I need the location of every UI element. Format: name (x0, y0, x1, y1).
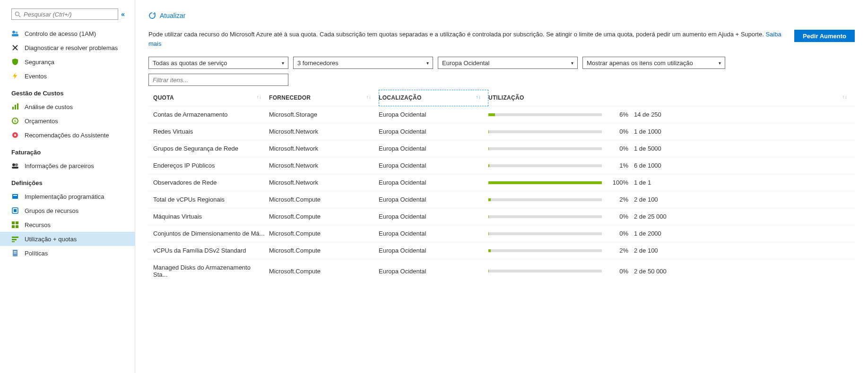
nav-item-bolt[interactable]: Eventos (0, 69, 135, 83)
usage-ratio: 2 de 25 000 (634, 213, 686, 220)
collapse-sidebar-icon[interactable]: « (121, 10, 123, 18)
chevron-down-icon: ▾ (571, 60, 573, 66)
nav-item-label: Análise de custos (25, 103, 73, 110)
nav-item-analysis[interactable]: Análise de custos (0, 100, 135, 114)
sidebar-search-input[interactable] (24, 11, 115, 18)
nav-item-budget[interactable]: $Orçamentos (0, 114, 135, 128)
filter-items-input[interactable] (148, 74, 288, 86)
col-quota-label: QUOTA (153, 94, 174, 101)
cell-provider: Microsoft.Network (269, 140, 379, 157)
filter-d1-label: Todas as quotas de serviço (153, 59, 227, 67)
col-provider[interactable]: FORNECEDOR↑↓ (269, 90, 379, 106)
refresh-button[interactable]: Atualizar (148, 12, 185, 19)
cell-utilization: 100%1 de 1 (488, 174, 855, 191)
filter-providers[interactable]: 3 fornecedores▾ (293, 57, 433, 69)
cell-quota: Máquinas Virtuais (148, 208, 269, 225)
shield-icon (11, 58, 19, 66)
cell-quota: vCPUs da Família DSv2 Standard (148, 242, 269, 259)
nav-item-policy[interactable]: Políticas (0, 246, 135, 260)
cell-quota: Contas de Armazenamento (148, 106, 269, 123)
nav-item-tools[interactable]: Diagnosticar e resolver problemas (0, 41, 135, 55)
table-row[interactable]: Conjuntos de Dimensionamento de Má...Mic… (148, 225, 855, 242)
nav-item-label: Orçamentos (25, 118, 58, 125)
svg-text:$: $ (14, 119, 17, 123)
table-row[interactable]: Observadores de RedeMicrosoft.NetworkEur… (148, 174, 855, 191)
filter-region[interactable]: Europa Ocidental▾ (438, 57, 578, 69)
usage-ratio: 1 de 1000 (634, 128, 686, 135)
sort-icon: ↑↓ (366, 94, 371, 100)
search-icon (15, 11, 21, 17)
cell-quota: Managed Disks do Armazenamento Sta... (148, 259, 269, 283)
table-row[interactable]: Grupos de Segurança de RedeMicrosoft.Net… (148, 140, 855, 157)
col-forn-label: FORNECEDOR (269, 94, 311, 101)
usage-bar (488, 232, 602, 235)
svg-rect-5 (12, 107, 14, 110)
usage-ratio: 1 de 2000 (634, 230, 686, 237)
usage-percent: 0% (608, 268, 628, 275)
cell-provider: Microsoft.Compute (269, 225, 379, 242)
table-row[interactable]: Contas de ArmazenamentoMicrosoft.Storage… (148, 106, 855, 123)
advisor-icon (11, 131, 19, 139)
sort-icon: ↑↓ (256, 94, 261, 100)
usage-ratio: 14 de 250 (634, 111, 686, 118)
nav-item-label: Segurança (25, 59, 54, 66)
usage-bar (488, 270, 602, 272)
table-row[interactable]: Máquinas VirtuaisMicrosoft.ComputeEuropa… (148, 208, 855, 225)
filter-usage-only[interactable]: Mostrar apenas os itens com utilização▾ (582, 57, 725, 69)
svg-rect-25 (12, 241, 15, 242)
table-row[interactable]: Endereços IP PúblicosMicrosoft.NetworkEu… (148, 157, 855, 174)
table-row[interactable]: Managed Disks do Armazenamento Sta...Mic… (148, 259, 855, 283)
svg-rect-16 (13, 195, 17, 196)
sidebar-search[interactable] (11, 8, 118, 20)
usage-bar (488, 113, 602, 116)
cell-utilization: 0%2 de 50 000 (488, 259, 855, 283)
usage-percent: 0% (608, 128, 628, 135)
col-utilization[interactable]: UTILIZAÇÃO↑↓ (488, 90, 855, 106)
table-row[interactable]: vCPUs da Família DSv2 StandardMicrosoft.… (148, 242, 855, 259)
intro-text: Pode utilizar cada recurso do Microsoft … (148, 30, 783, 48)
col-quota[interactable]: QUOTA↑↓ (148, 90, 269, 106)
nav-item-label: Recursos (25, 221, 51, 229)
request-increase-button[interactable]: Pedir Aumento (794, 30, 855, 42)
nav-item-label: Implementação programática (25, 193, 104, 200)
nav-item-grid[interactable]: Recursos (0, 218, 135, 232)
cell-location: Europa Ocidental (379, 140, 488, 157)
nav-item-label: Políticas (25, 250, 48, 257)
usage-bar (488, 164, 602, 167)
cell-quota: Redes Virtuais (148, 123, 269, 140)
rg-icon (11, 207, 19, 214)
cell-provider: Microsoft.Compute (269, 242, 379, 259)
sort-icon: ↑↓ (476, 94, 481, 100)
col-location[interactable]: LOCALIZAÇÃO↑↓ (379, 90, 488, 106)
svg-rect-14 (12, 167, 18, 169)
svg-rect-28 (14, 253, 17, 254)
filter-d3-label: Europa Ocidental (442, 59, 489, 67)
cell-utilization: 0%1 de 2000 (488, 225, 855, 242)
nav-item-advisor[interactable]: Recomendações do Assistente (0, 128, 135, 142)
usage-bar (488, 147, 602, 150)
cell-provider: Microsoft.Storage (269, 106, 379, 123)
filter-service-quotas[interactable]: Todas as quotas de serviço▾ (148, 57, 288, 69)
sidebar: « Controlo de acesso (1AM)Diagnosticar e… (0, 0, 135, 373)
nav-item-rg[interactable]: Grupos de recursos (0, 203, 135, 218)
nav-item-label: Diagnosticar e resolver problemas (25, 44, 118, 51)
svg-point-11 (14, 134, 16, 136)
cell-location: Europa Ocidental (379, 242, 488, 259)
table-row[interactable]: Redes VirtuaisMicrosoft.NetworkEuropa Oc… (148, 123, 855, 140)
usage-percent: 100% (608, 179, 628, 186)
usage-ratio: 2 de 100 (634, 247, 686, 254)
partner-icon (11, 162, 19, 170)
svg-point-12 (12, 163, 15, 166)
cell-provider: Microsoft.Compute (269, 259, 379, 283)
usage-percent: 0% (608, 230, 628, 237)
nav-item-partner[interactable]: Informações de parceiros (0, 159, 135, 173)
table-row[interactable]: Total de vCPUs RegionaisMicrosoft.Comput… (148, 191, 855, 208)
col-util-label: UTILIZAÇÃO (488, 94, 524, 101)
nav-item-label: Eventos (25, 73, 47, 80)
nav-item-people[interactable]: Controlo de acesso (1AM) (0, 26, 135, 41)
usage-ratio: 1 de 5000 (634, 145, 686, 152)
nav-item-shield[interactable]: Segurança (0, 55, 135, 69)
cell-provider: Microsoft.Network (269, 157, 379, 174)
nav-item-deploy[interactable]: Implementação programática (0, 189, 135, 203)
nav-item-quota[interactable]: Utilização + quotas (0, 232, 135, 246)
